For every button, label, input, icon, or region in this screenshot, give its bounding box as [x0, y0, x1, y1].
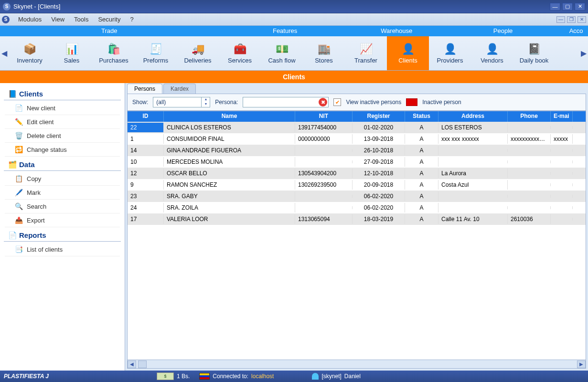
ribbon-tab-features[interactable]: Features: [218, 26, 351, 36]
maximize-button[interactable]: ▢: [562, 3, 573, 11]
cell: [295, 160, 353, 163]
search-icon: 🔍: [14, 202, 23, 211]
table-row[interactable]: 9RAMON SANCHEZ13026923950020-09-2018ACos…: [128, 179, 586, 191]
ribbon-services[interactable]: 🧰Services: [219, 36, 261, 70]
persona-input[interactable]: ✖: [243, 97, 329, 107]
ribbon-label: Preforms: [143, 57, 169, 64]
col-nit[interactable]: NIT: [295, 111, 353, 122]
table-row[interactable]: 17VALERIA LOOR131306509418-03-2019ACalle…: [128, 213, 586, 225]
cell: MERCEDES MOLINA: [164, 157, 295, 167]
view-inactive-checkbox[interactable]: ✔: [333, 98, 341, 106]
cell: A: [405, 191, 438, 201]
side-item-list-of-clients[interactable]: 📑List of clients: [5, 243, 120, 256]
mdi-restore-button[interactable]: ❐: [567, 16, 576, 23]
menu-security[interactable]: Security: [93, 14, 125, 25]
ribbon-scroll-right[interactable]: ▶: [579, 36, 588, 70]
ribbon-daily-book[interactable]: 📓Daily book: [513, 36, 555, 70]
hscroll-thumb[interactable]: [138, 361, 147, 368]
grid-body[interactable]: 22CLINICA LOS ESTEROS13917745400001-02-2…: [128, 122, 586, 360]
side-item-delete-client[interactable]: 🗑️Delete client: [5, 129, 120, 143]
close-button[interactable]: ✕: [575, 3, 585, 11]
mdi-close-button[interactable]: ✕: [577, 16, 586, 23]
ribbon-inventory[interactable]: 📦Inventory: [9, 36, 51, 70]
sb-host[interactable]: localhost: [251, 373, 274, 380]
tab-kardex[interactable]: Kardex: [163, 84, 196, 94]
ribbon-vendors[interactable]: 👤Vendors: [471, 36, 513, 70]
side-item-mark[interactable]: 🖊️Mark: [5, 186, 120, 200]
col-id[interactable]: ID: [128, 111, 164, 122]
cell: SRA. ZOILA: [164, 203, 295, 212]
ribbon-deliveries[interactable]: 🚚Deliveries: [177, 36, 219, 70]
table-row[interactable]: 23SRA. GABY06-02-2020A: [128, 191, 586, 202]
side-item-new-client[interactable]: 📄New client: [5, 101, 120, 115]
table-row[interactable]: 12OSCAR BELLO13054390420012-10-2018ALa A…: [128, 168, 586, 179]
cell: [438, 195, 508, 198]
hscroll-left[interactable]: ◀: [128, 361, 136, 368]
ribbon-label: Stores: [315, 57, 333, 64]
cell: A: [405, 134, 438, 144]
side-item-search[interactable]: 🔍Search: [5, 200, 120, 213]
side-item-copy[interactable]: 📋Copy: [5, 172, 120, 186]
ribbon-label: Providers: [437, 57, 463, 64]
menu-?[interactable]: ?: [125, 14, 138, 25]
table-row[interactable]: 10MERCEDES MOLINA27-09-2018A: [128, 156, 586, 168]
data-group-icon: 🗂️: [9, 161, 16, 169]
col-name[interactable]: Name: [164, 111, 295, 122]
table-row[interactable]: 22CLINICA LOS ESTEROS13917745400001-02-2…: [128, 122, 586, 133]
side-item-export[interactable]: 📤Export: [5, 213, 120, 227]
ribbon-tab-acco[interactable]: Acco: [564, 26, 588, 36]
ribbon-tab-trade[interactable]: Trade: [0, 26, 218, 36]
ribbon-purchases[interactable]: 🛍️Purchases: [93, 36, 135, 70]
grid-hscroll[interactable]: ◀ ▶: [128, 360, 586, 368]
cell: LOS ESTEROS: [438, 123, 508, 132]
side-item-label: List of clients: [27, 246, 63, 253]
minimize-button[interactable]: —: [550, 3, 560, 11]
side-group-title: Data: [19, 160, 35, 169]
ribbon-transfer[interactable]: 📈Transfer: [345, 36, 387, 70]
cell: 12: [128, 169, 164, 178]
col-address[interactable]: Address: [438, 111, 508, 122]
clients-icon: 👤: [401, 42, 415, 56]
ribbon-clients[interactable]: 👤Clients: [387, 36, 429, 70]
table-row[interactable]: 14GINA ANDRADE FIGUEROA26-10-2018A: [128, 145, 586, 156]
flag-icon: [199, 373, 210, 380]
side-item-change-status[interactable]: 🔁Change status: [5, 143, 120, 157]
cell: 23: [128, 191, 164, 201]
menu-view[interactable]: View: [46, 14, 69, 25]
cell: 27-09-2018: [353, 157, 405, 167]
cell: 22: [128, 123, 164, 132]
col-email[interactable]: E-mai: [551, 111, 573, 122]
ribbon-tab-people[interactable]: People: [442, 26, 565, 36]
show-combo[interactable]: (all) ▲▼: [153, 97, 210, 107]
tab-persons[interactable]: Persons: [127, 84, 162, 94]
ribbon-sales[interactable]: 📊Sales: [51, 36, 93, 70]
table-row[interactable]: 1CONSUMIDOR FINAL000000000013-09-2018Axx…: [128, 133, 586, 145]
cell: 01-02-2020: [353, 123, 405, 132]
table-row[interactable]: 24SRA. ZOILA06-02-2020A: [128, 202, 586, 213]
cell: [551, 172, 573, 175]
col-status[interactable]: Status: [405, 111, 438, 122]
main-area: PersonsKardex Show: (all) ▲▼ Persona: ✖ …: [125, 83, 588, 371]
col-phone[interactable]: Phone: [508, 111, 551, 122]
ribbon-preforms[interactable]: 🧾Preforms: [135, 36, 177, 70]
sb-user-realm: [skynet]: [321, 373, 341, 380]
clear-icon[interactable]: ✖: [319, 98, 327, 106]
side-item-edit-client[interactable]: ✏️Edit client: [5, 115, 120, 129]
cell: 1313065094: [295, 214, 353, 224]
mdi-minimize-button[interactable]: —: [556, 16, 565, 23]
app-icon: S: [3, 3, 11, 11]
cell: xxxxxxxxxxxxxx: [508, 134, 551, 144]
ribbon-providers[interactable]: 👤Providers: [429, 36, 471, 70]
show-spinner[interactable]: ▲▼: [201, 97, 210, 107]
col-register[interactable]: Register: [353, 111, 405, 122]
sales-icon: 📊: [64, 42, 79, 56]
ribbon-tab-warehouse[interactable]: Warehouse: [352, 26, 442, 36]
hscroll-right[interactable]: ▶: [577, 361, 586, 368]
cell: [295, 149, 353, 152]
side-item-label: Delete client: [27, 132, 61, 139]
menu-tools[interactable]: Tools: [69, 14, 93, 25]
ribbon-cash-flow[interactable]: 💵Cash flow: [261, 36, 303, 70]
ribbon-scroll-left[interactable]: ◀: [0, 36, 9, 70]
ribbon-stores[interactable]: 🏬Stores: [303, 36, 345, 70]
menu-modulos[interactable]: Modulos: [13, 14, 46, 25]
